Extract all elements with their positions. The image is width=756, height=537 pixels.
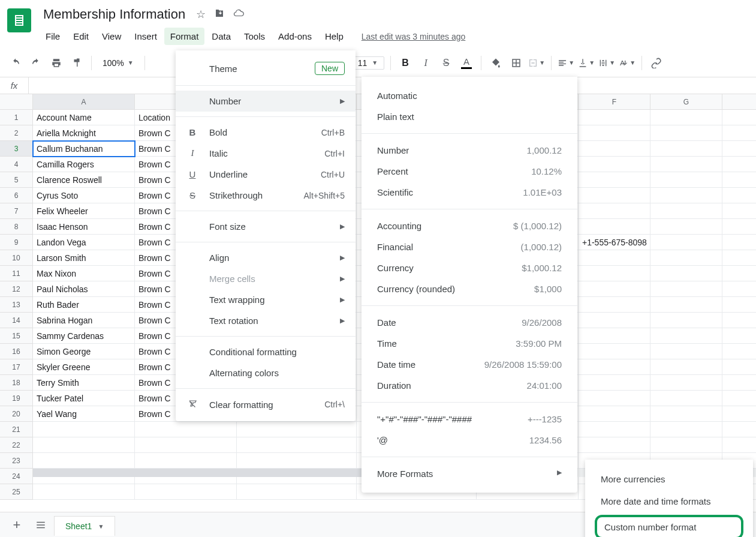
cell[interactable] (237, 422, 357, 437)
number-financial[interactable]: Financial(1,000.12) (362, 236, 577, 257)
cell[interactable]: Account Name (33, 110, 135, 125)
cell[interactable] (722, 437, 756, 453)
format-font-size[interactable]: Font size ▶ (176, 216, 356, 237)
cell[interactable] (579, 344, 650, 359)
cell[interactable] (722, 391, 756, 406)
text-rotation-button[interactable]: ▼ (619, 55, 635, 71)
cell[interactable] (722, 235, 756, 250)
cell[interactable] (579, 188, 650, 203)
cell[interactable] (579, 203, 650, 219)
cell[interactable] (135, 484, 237, 500)
cell[interactable]: Sabrina Hogan (33, 313, 135, 328)
cell[interactable] (579, 141, 650, 157)
print-button[interactable] (48, 55, 65, 71)
menu-view[interactable]: View (96, 28, 127, 45)
insert-link-button[interactable] (648, 55, 665, 71)
cell[interactable]: Felix Wheeler (33, 203, 135, 219)
cell[interactable]: Callum Buchanan (33, 141, 135, 157)
cell[interactable]: Clarence Roswell (33, 172, 135, 188)
format-italic[interactable]: IItalic Ctrl+I (176, 143, 356, 164)
row-header[interactable]: 10 (0, 250, 33, 266)
format-number[interactable]: Number ▶ (176, 91, 356, 112)
column-header[interactable]: F (579, 94, 650, 110)
cell[interactable]: Isaac Henson (33, 219, 135, 235)
cell[interactable] (579, 266, 650, 281)
number-custom-2[interactable]: '@1234.56 (362, 430, 577, 451)
menu-tools[interactable]: Tools (238, 28, 271, 45)
document-title[interactable]: Membership Information (40, 5, 189, 23)
menu-file[interactable]: File (40, 28, 66, 45)
cell[interactable] (579, 328, 650, 344)
cell[interactable] (722, 281, 756, 297)
cell[interactable] (579, 297, 650, 313)
cell[interactable] (722, 375, 756, 391)
cell[interactable] (579, 406, 650, 422)
more-currencies[interactable]: More currencies (585, 468, 753, 490)
cell[interactable] (650, 250, 722, 266)
fill-color-button[interactable] (487, 55, 504, 71)
cell[interactable] (135, 453, 237, 469)
cell[interactable] (722, 266, 756, 281)
number-accounting[interactable]: Accounting$ (1,000.12) (362, 215, 577, 236)
number-scientific[interactable]: Scientific1.01E+03 (362, 182, 577, 203)
row-header[interactable]: 7 (0, 203, 33, 219)
number-duration[interactable]: Duration24:01:00 (362, 375, 577, 396)
cell[interactable] (650, 328, 722, 344)
row-header[interactable]: 13 (0, 297, 33, 313)
number-currency-rounded[interactable]: Currency (rounded)$1,000 (362, 278, 577, 299)
format-bold[interactable]: BBold Ctrl+B (176, 122, 356, 143)
row-header[interactable]: 24 (0, 469, 33, 484)
cell[interactable] (579, 313, 650, 328)
cell[interactable] (722, 344, 756, 359)
row-header[interactable]: 6 (0, 188, 33, 203)
number-time[interactable]: Time3:59:00 PM (362, 333, 577, 354)
cell[interactable] (579, 391, 650, 406)
format-text-wrapping[interactable]: Text wrapping ▶ (176, 289, 356, 310)
undo-button[interactable] (7, 55, 24, 71)
cell[interactable] (650, 437, 722, 453)
cell[interactable]: Ariella Mcknight (33, 125, 135, 141)
column-header[interactable]: A (33, 94, 135, 110)
more-date-time-formats[interactable]: More date and time formats (585, 490, 753, 512)
all-sheets-button[interactable] (30, 515, 52, 535)
number-custom-1[interactable]: "+"#"-"###"-"###"-"####+---1235 (362, 409, 577, 430)
cell[interactable] (722, 110, 756, 125)
format-alternating-colors[interactable]: Alternating colors (176, 362, 356, 383)
select-all-corner[interactable] (0, 94, 33, 110)
cell[interactable]: Landon Vega (33, 235, 135, 250)
custom-number-format[interactable]: Custom number format (595, 515, 743, 537)
cell[interactable] (579, 219, 650, 235)
row-header[interactable]: 20 (0, 406, 33, 422)
column-header[interactable] (722, 94, 756, 110)
format-conditional[interactable]: Conditional formatting (176, 341, 356, 362)
cell[interactable]: Terry Smith (33, 375, 135, 391)
cell[interactable] (722, 359, 756, 375)
cell[interactable]: Camilla Rogers (33, 157, 135, 172)
menu-format[interactable]: Format (164, 28, 205, 45)
star-icon[interactable]: ☆ (196, 8, 206, 22)
cell[interactable] (650, 266, 722, 281)
row-header[interactable]: 15 (0, 328, 33, 344)
vertical-align-button[interactable]: ▼ (578, 55, 595, 71)
row-header[interactable]: 4 (0, 157, 33, 172)
cell[interactable] (579, 110, 650, 125)
redo-button[interactable] (28, 55, 44, 71)
cell[interactable] (650, 406, 722, 422)
number-number[interactable]: Number1,000.12 (362, 140, 577, 161)
cell[interactable] (650, 344, 722, 359)
cell[interactable]: Skyler Greene (33, 359, 135, 375)
row-header[interactable]: 5 (0, 172, 33, 188)
cell[interactable] (579, 281, 650, 297)
cell[interactable] (579, 250, 650, 266)
cell[interactable] (650, 375, 722, 391)
row-header[interactable]: 21 (0, 422, 33, 437)
format-clear[interactable]: Clear formatting Ctrl+\ (176, 394, 356, 415)
cell[interactable]: Paul Nicholas (33, 281, 135, 297)
cell[interactable] (722, 157, 756, 172)
format-underline[interactable]: UUnderline Ctrl+U (176, 164, 356, 185)
cell[interactable] (237, 437, 357, 453)
sheets-logo[interactable] (7, 8, 31, 32)
cell[interactable] (135, 422, 237, 437)
cell[interactable] (650, 391, 722, 406)
row-header[interactable]: 18 (0, 375, 33, 391)
